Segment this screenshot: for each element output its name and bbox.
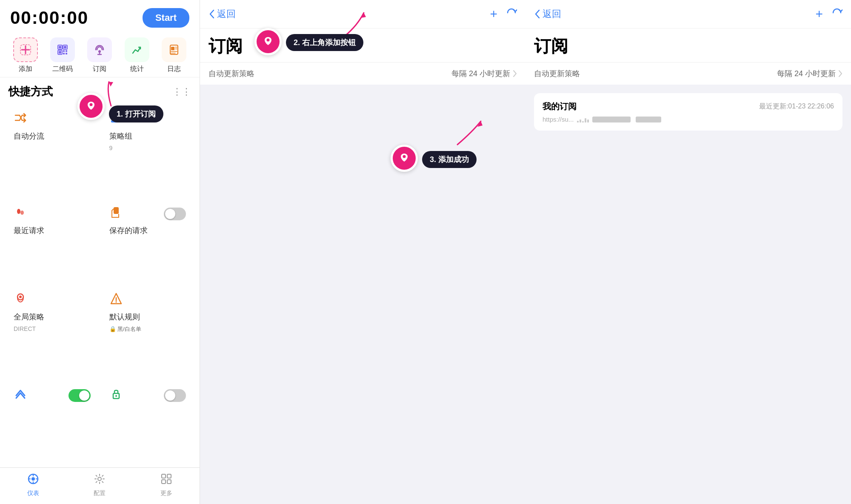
subscribe-icon-circle — [87, 37, 112, 62]
quick-grid: 自动分流 策略组 9 — [0, 103, 200, 467]
dashboard-label: 仪表 — [27, 490, 39, 497]
icon-log[interactable]: 日志 — [162, 37, 186, 74]
right-update-label: 自动更新策略 — [534, 68, 580, 79]
log-icon-label: 日志 — [167, 65, 181, 74]
annotation2-text: 2. 右上角添加按钮 — [286, 34, 363, 51]
annotation1-text: 1. 打开订阅 — [109, 105, 163, 122]
config-label: 配置 — [94, 490, 106, 497]
svg-rect-43 — [162, 474, 166, 478]
mid-back-btn[interactable]: 返回 — [208, 8, 236, 20]
annotation1-circle — [77, 93, 105, 120]
right-page-title: 订阅 — [534, 34, 568, 58]
tab-config[interactable]: 配置 — [94, 473, 106, 497]
annotation2-circle — [254, 28, 282, 55]
mid-update-row: 自动更新策略 每隔 24 小时更新 — [200, 62, 525, 85]
item7-toggle[interactable] — [69, 389, 91, 402]
item8-row — [109, 387, 186, 404]
card-global-strategy[interactable]: 全局策略 DIRECT — [7, 284, 97, 374]
subscription-card[interactable]: 我的订阅 最近更新:01-23 22:26:06 https://su... — [534, 93, 842, 131]
icon-qr[interactable]: 二维码 — [50, 37, 75, 74]
signal-bars — [577, 117, 589, 122]
item7-icon — [14, 387, 27, 404]
mid-nav-actions: + — [490, 7, 517, 21]
subscribe-icon-label: 订阅 — [93, 65, 106, 74]
card-recent-req[interactable]: 最近请求 — [7, 198, 97, 279]
icon-stat[interactable]: 统计 — [125, 37, 149, 74]
right-nav-bar: 返回 + — [525, 0, 851, 28]
sub-card-title: 我的订阅 — [543, 101, 577, 112]
svg-rect-6 — [64, 46, 66, 48]
global-strategy-title: 全局策略 — [14, 312, 91, 322]
start-button[interactable]: Start — [143, 8, 189, 28]
svg-point-26 — [20, 211, 24, 215]
svg-rect-27 — [114, 207, 119, 214]
recent-req-icon — [14, 205, 91, 222]
right-update-row: 自动更新策略 每隔 24 小时更新 — [525, 62, 851, 85]
svg-point-42 — [98, 477, 101, 481]
saved-req-row — [109, 205, 186, 222]
grid-icon[interactable]: ⋮⋮ — [172, 86, 191, 97]
strategy-group-title: 策略组 — [109, 131, 186, 141]
more-icon — [160, 473, 172, 488]
timer-display: 00:00:00 — [10, 8, 89, 28]
saved-req-toggle[interactable] — [164, 208, 186, 220]
svg-rect-45 — [162, 480, 166, 484]
svg-rect-46 — [167, 480, 171, 484]
global-strategy-sub: DIRECT — [14, 325, 91, 332]
section-title: 快捷方式 — [9, 84, 53, 99]
svg-point-37 — [31, 477, 35, 481]
right-refresh-btn[interactable] — [831, 7, 842, 21]
left-panel: 00:00:00 Start 添加 — [0, 0, 200, 504]
icon-add[interactable]: 添加 — [13, 37, 38, 74]
tab-dashboard[interactable]: 仪表 — [27, 473, 39, 497]
svg-rect-17 — [171, 47, 174, 50]
svg-marker-50 — [361, 13, 366, 18]
add-icon-circle — [13, 37, 38, 62]
mid-back-label: 返回 — [217, 8, 236, 20]
annotation3-text: 3. 添加成功 — [422, 151, 477, 168]
svg-point-33 — [115, 302, 117, 303]
sub-card-header: 我的订阅 最近更新:01-23 22:26:06 — [543, 101, 834, 112]
default-rule-icon — [109, 292, 186, 308]
mid-refresh-btn[interactable] — [506, 7, 517, 21]
icon-subscribe[interactable]: 订阅 — [87, 37, 112, 74]
auto-split-title: 自动分流 — [14, 131, 91, 141]
mid-page-title: 订阅 — [208, 34, 243, 58]
saved-req-icon — [109, 205, 123, 222]
card-item8[interactable] — [103, 379, 193, 461]
sub-card-url-row: https://su... — [543, 116, 834, 123]
right-update-value[interactable]: 每隔 24 小时更新 — [777, 68, 842, 79]
default-rule-sub: 🔒 黑/白名单 — [109, 325, 186, 333]
item8-icon — [109, 387, 123, 404]
stat-icon-label: 统计 — [130, 65, 144, 74]
blurred-info2 — [636, 117, 661, 122]
right-title-row: 订阅 — [525, 28, 851, 62]
svg-point-47 — [90, 103, 93, 106]
card-item7[interactable] — [7, 379, 97, 461]
saved-req-title: 保存的请求 — [109, 225, 186, 236]
qr-icon-circle — [50, 37, 75, 62]
default-rule-title: 默认规则 — [109, 312, 186, 322]
sub-card-date: 最近更新:01-23 22:26:06 — [759, 102, 834, 111]
mid-update-value[interactable]: 每隔 24 小时更新 — [451, 68, 517, 79]
more-label: 更多 — [160, 490, 172, 497]
icon-bar: 添加 — [0, 33, 200, 77]
right-nav-actions: + — [815, 7, 842, 21]
svg-point-35 — [115, 395, 117, 397]
mid-update-label: 自动更新策略 — [208, 68, 254, 79]
svg-rect-44 — [167, 474, 171, 478]
card-default-rule[interactable]: 默认规则 🔒 黑/白名单 — [103, 284, 193, 374]
svg-rect-4 — [59, 46, 61, 48]
card-saved-req[interactable]: 保存的请求 — [103, 198, 193, 279]
annotation3-circle — [391, 145, 418, 172]
item8-toggle[interactable] — [164, 389, 186, 402]
right-panel: 返回 + 订阅 自动更新策略 每隔 24 小时更新 — [525, 0, 851, 504]
svg-point-51 — [403, 155, 406, 158]
mid-add-btn[interactable]: + — [490, 7, 497, 21]
right-add-btn[interactable]: + — [815, 7, 823, 21]
right-back-btn[interactable]: 返回 — [534, 8, 561, 20]
svg-point-49 — [267, 39, 270, 42]
dashboard-icon — [27, 473, 39, 488]
qr-icon-label: 二维码 — [52, 65, 73, 74]
tab-more[interactable]: 更多 — [160, 473, 172, 497]
